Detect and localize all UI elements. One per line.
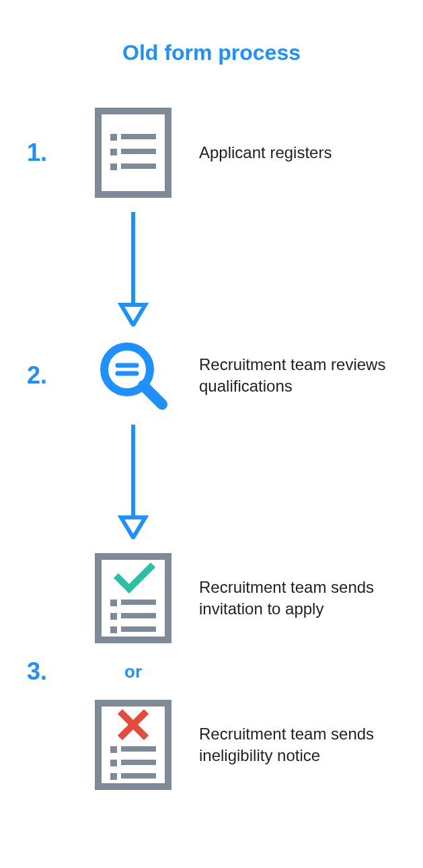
arrow-2-icon bbox=[27, 425, 180, 539]
document-x-icon bbox=[86, 698, 180, 792]
document-list-icon bbox=[86, 106, 180, 200]
step-3b-row: Recruitment team sends ineligibility not… bbox=[27, 698, 396, 792]
svg-rect-16 bbox=[110, 600, 117, 606]
svg-marker-14 bbox=[121, 517, 145, 538]
svg-rect-4 bbox=[121, 149, 156, 154]
svg-rect-3 bbox=[110, 149, 117, 155]
svg-rect-27 bbox=[110, 760, 117, 766]
svg-rect-26 bbox=[121, 746, 156, 752]
step-3a-row: Recruitment team sends invitation to app… bbox=[27, 551, 396, 645]
svg-rect-2 bbox=[121, 134, 156, 139]
svg-rect-30 bbox=[121, 773, 156, 779]
step-2-text: Recruitment team reviews qualifications bbox=[199, 354, 396, 398]
svg-rect-29 bbox=[110, 773, 117, 780]
svg-line-10 bbox=[143, 386, 162, 404]
step-3a-text: Recruitment team sends invitation to app… bbox=[199, 577, 396, 620]
svg-rect-1 bbox=[110, 134, 117, 141]
svg-rect-28 bbox=[121, 760, 156, 765]
arrow-1-icon bbox=[27, 212, 180, 326]
step-3b-text: Recruitment team sends ineligibility not… bbox=[199, 723, 396, 767]
svg-rect-19 bbox=[121, 613, 156, 618]
diagram-title: Old form process bbox=[27, 40, 396, 65]
svg-rect-21 bbox=[121, 626, 156, 632]
svg-rect-18 bbox=[110, 613, 117, 620]
svg-marker-8 bbox=[121, 305, 145, 325]
svg-rect-25 bbox=[110, 746, 117, 753]
svg-rect-20 bbox=[110, 626, 117, 633]
step-1-row: 1. Applicant registers bbox=[27, 106, 396, 200]
svg-rect-17 bbox=[121, 600, 156, 605]
svg-rect-5 bbox=[110, 164, 117, 170]
document-check-icon bbox=[86, 551, 180, 645]
svg-rect-6 bbox=[121, 164, 156, 169]
step-2-number: 2. bbox=[27, 361, 67, 390]
step-3-or-row: 3. or bbox=[27, 657, 396, 686]
magnifier-icon bbox=[86, 338, 180, 412]
step-1-text: Applicant registers bbox=[199, 142, 396, 164]
step-2-row: 2. Recruitment team reviews qualificatio… bbox=[27, 338, 396, 412]
step-1-number: 1. bbox=[27, 139, 67, 167]
or-label: or bbox=[86, 661, 180, 682]
step-3-number: 3. bbox=[27, 657, 67, 686]
